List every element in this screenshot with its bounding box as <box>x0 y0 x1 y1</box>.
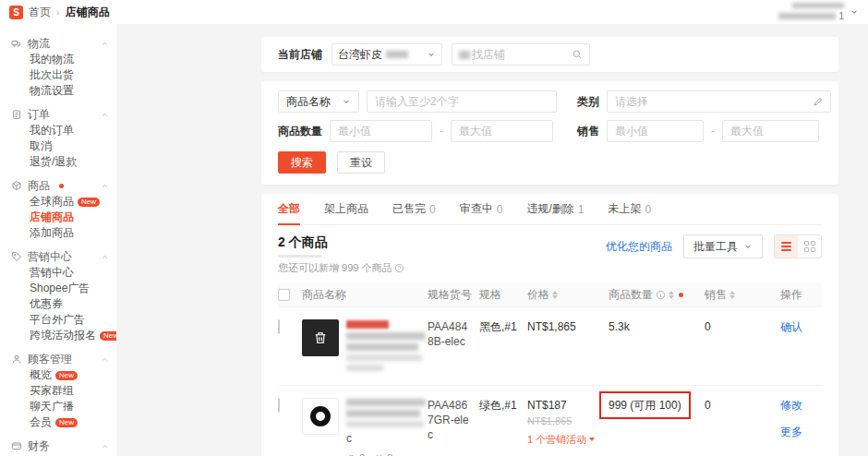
sidebar-section-2[interactable]: 商品 <box>11 177 109 194</box>
sidebar-item[interactable]: Shopee广告 <box>11 281 109 296</box>
chevron-up-icon[interactable] <box>101 442 109 450</box>
optimize-products-link[interactable]: 优化您的商品 <box>606 239 672 255</box>
sidebar-item[interactable]: 聊天广播 <box>11 399 109 414</box>
search-field-select[interactable]: 商品名称 <box>278 90 359 113</box>
sidebar-item[interactable]: 全球商品New <box>11 194 109 210</box>
account-area[interactable]: 1 <box>778 3 859 21</box>
sidebar-item[interactable]: 买家群组 <box>11 383 109 399</box>
tab-label: 架上商品 <box>324 201 368 217</box>
sidebar-section-1[interactable]: 订单 <box>11 106 109 123</box>
shopee-logo-icon[interactable]: S <box>9 6 23 19</box>
promo-link[interactable]: 1 个营销活动 <box>527 433 601 447</box>
chevron-up-icon[interactable] <box>101 182 109 190</box>
grid-view-icon[interactable] <box>798 235 821 258</box>
product-thumbnail[interactable] <box>302 319 339 356</box>
sidebar-item[interactable]: 平台外广告 <box>11 312 109 328</box>
sidebar-item[interactable]: 跨境活动报名New <box>11 328 109 343</box>
more-link[interactable]: 更多 <box>780 425 814 439</box>
sidebar-section-label: 财务 <box>28 438 50 454</box>
quantity-min-input[interactable] <box>330 120 432 142</box>
sales-value: 0 <box>705 398 780 413</box>
product-list-card: 全部架上商品已售完0审查中0违规/删除1未上架0 2 个商品 您还可以新增 99… <box>261 194 838 456</box>
search-button[interactable]: 搜索 <box>278 151 326 174</box>
list-summary: 2 个商品 您还可以新增 999 个商品 优化您的商品 批量工具 <box>278 225 822 282</box>
shop-selector-card: 当前店铺 台湾虾皮 找店铺 <box>261 37 838 72</box>
sort-icon[interactable] <box>669 291 674 299</box>
new-badge: New <box>78 198 100 207</box>
caret-down-icon <box>589 438 595 441</box>
col-sales[interactable]: 销售 <box>705 287 780 303</box>
view-toggle <box>774 234 822 258</box>
sidebar-item[interactable]: 我的订单 <box>11 123 109 138</box>
chevron-up-icon[interactable] <box>101 40 109 48</box>
sidebar-section-4[interactable]: 顾客管理 <box>11 351 109 367</box>
product-thumbnail[interactable] <box>302 398 339 435</box>
chevron-up-icon[interactable] <box>101 111 109 119</box>
sidebar-item-label: 全球商品 <box>30 194 74 210</box>
sidebar-section-5[interactable]: 财务 <box>11 438 109 454</box>
sidebar-item[interactable]: 物流设置 <box>11 83 109 99</box>
new-badge: New <box>55 371 78 380</box>
sidebar-item-label: 买家群组 <box>30 383 74 399</box>
col-product-name: 商品名称 <box>302 287 428 303</box>
tab-5[interactable]: 未上架0 <box>608 194 651 224</box>
tab-0[interactable]: 全部 <box>278 194 300 224</box>
tab-label: 已售完 <box>392 201 426 217</box>
col-price[interactable]: 价格 <box>527 287 609 303</box>
tab-label: 审查中 <box>460 201 493 217</box>
table-row: c 0 <box>278 386 822 456</box>
sales-max-input[interactable] <box>722 120 819 142</box>
breadcrumb-home[interactable]: 首页 <box>29 5 51 20</box>
col-quantity[interactable]: 商品数量 <box>609 287 705 303</box>
tab-1[interactable]: 架上商品 <box>324 194 368 224</box>
sidebar-item[interactable]: 退货/退款 <box>11 154 109 170</box>
category-input[interactable] <box>607 90 831 113</box>
col-spec: 规格 <box>479 287 527 303</box>
sales-min-input[interactable] <box>607 120 704 142</box>
row-checkbox[interactable] <box>278 319 280 334</box>
tab-2[interactable]: 已售完0 <box>392 194 436 224</box>
chevron-down-icon[interactable] <box>850 7 859 17</box>
list-view-icon[interactable] <box>775 235 798 258</box>
sidebar-item[interactable]: 营销中心 <box>11 265 109 281</box>
edit-link[interactable]: 修改 <box>780 398 814 413</box>
bulk-tools-label: 批量工具 <box>693 239 738 255</box>
spec-value: 黑色,#1 <box>479 319 527 334</box>
chevron-up-icon[interactable] <box>101 355 109 364</box>
info-icon[interactable] <box>656 290 666 300</box>
row-checkbox[interactable] <box>278 398 280 413</box>
sidebar-item[interactable]: 优惠券 <box>11 296 109 312</box>
quantity-max-input[interactable] <box>451 120 553 142</box>
product-id-redacted <box>346 354 422 361</box>
sidebar-section-label: 顾客管理 <box>28 352 72 367</box>
chevron-down-icon <box>427 50 436 59</box>
sidebar-item[interactable]: 概览New <box>11 367 109 383</box>
shop-search-input[interactable]: 找店铺 <box>452 43 590 66</box>
sidebar-item[interactable]: 添加商品 <box>11 225 109 241</box>
reset-button[interactable]: 重设 <box>337 151 385 174</box>
table-row: PAA4848B-elec 黑色,#1 NT$1,865 5.3k 0 确认 <box>278 307 822 386</box>
tab-4[interactable]: 违规/删除1 <box>526 194 584 224</box>
status-tabs: 全部架上商品已售完0审查中0违规/删除1未上架0 <box>278 194 822 225</box>
sidebar-item[interactable]: 店铺商品 <box>11 210 109 225</box>
sidebar-section-3[interactable]: 营销中心 <box>11 248 109 265</box>
confirm-link[interactable]: 确认 <box>780 319 814 334</box>
sidebar-item[interactable]: 取消 <box>11 138 109 154</box>
sort-icon[interactable] <box>729 291 735 299</box>
shop-dropdown[interactable]: 台湾虾皮 <box>332 43 442 66</box>
help-icon[interactable] <box>394 263 404 273</box>
quantity-value: 5.3k <box>609 319 705 334</box>
select-all-checkbox[interactable] <box>278 289 290 301</box>
chevron-up-icon[interactable] <box>101 253 109 261</box>
sidebar-item[interactable]: 我的物流 <box>11 52 109 67</box>
sidebar-section-0[interactable]: 物流 <box>11 35 109 52</box>
product-name-input[interactable] <box>367 90 557 113</box>
bulk-tools-button[interactable]: 批量工具 <box>683 234 763 258</box>
pencil-icon[interactable] <box>813 96 824 107</box>
sidebar-item[interactable]: 会员New <box>11 414 109 430</box>
sort-icon[interactable] <box>552 291 558 299</box>
sidebar-item[interactable]: 批次出货 <box>11 67 109 83</box>
sidebar-item-label: 概览 <box>30 367 52 383</box>
filter-card: 商品名称 商品数量 - 搜索 <box>261 81 838 185</box>
tab-3[interactable]: 审查中0 <box>460 194 503 224</box>
